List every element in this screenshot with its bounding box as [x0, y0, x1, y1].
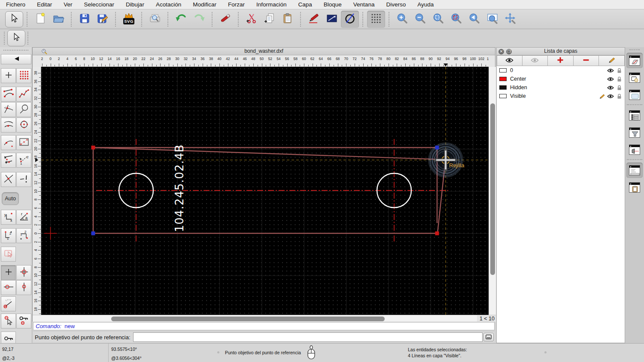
- command-widget-dock-button[interactable]: [626, 163, 643, 178]
- menu-capa[interactable]: Capa: [298, 1, 312, 8]
- construction-mode-button[interactable]: [341, 11, 359, 28]
- snap-on-entity-button[interactable]: [16, 87, 31, 102]
- horizontal-scrollbar-thumb[interactable]: [111, 317, 385, 321]
- angle-gauge-button[interactable]: [1, 296, 16, 311]
- coordinate-polar-button[interactable]: ra: [16, 210, 31, 225]
- layer-row-center[interactable]: Center: [497, 75, 625, 83]
- eye-icon[interactable]: [607, 68, 614, 73]
- snap-reference-button[interactable]: [16, 135, 31, 150]
- library-browser-dock-button[interactable]: [626, 87, 643, 103]
- edit-layer-button[interactable]: [599, 55, 625, 66]
- select-arrow-button[interactable]: [7, 30, 25, 46]
- menu-ver[interactable]: Ver: [64, 1, 72, 8]
- snap-distance-button[interactable]: [1, 135, 16, 150]
- save-as-button[interactable]: [94, 11, 112, 28]
- menu-acotacion[interactable]: Acotación: [156, 1, 181, 8]
- auto-snap-button[interactable]: Auto: [2, 192, 19, 205]
- menu-dibujar[interactable]: Dibujar: [126, 1, 144, 8]
- selection-filter-dock-button[interactable]: [626, 125, 643, 140]
- command-input[interactable]: [133, 332, 483, 342]
- vertical-scrollbar[interactable]: [489, 67, 496, 315]
- menu-bloque[interactable]: Bloque: [324, 1, 342, 8]
- snap-free-button[interactable]: [1, 68, 16, 83]
- redo-button[interactable]: [190, 11, 208, 28]
- snap-free-2-button[interactable]: [1, 265, 16, 280]
- entity-list-dock-button[interactable]: [626, 108, 643, 123]
- lock-icon[interactable]: [615, 68, 623, 73]
- menu-forzar[interactable]: Forzar: [228, 1, 245, 8]
- eye-icon[interactable]: [607, 77, 614, 81]
- snap-center-button[interactable]: [16, 118, 31, 133]
- menu-ayuda[interactable]: Ayuda: [417, 1, 434, 8]
- menu-modificar[interactable]: Modificar: [193, 1, 216, 8]
- zoom-previous-button[interactable]: [465, 11, 483, 28]
- menu-seleccionar[interactable]: Seleccionar: [84, 1, 115, 8]
- menu-editar[interactable]: Editar: [37, 1, 52, 8]
- show-all-layers-button[interactable]: [497, 55, 522, 66]
- clipboard-dock-button[interactable]: [626, 180, 643, 195]
- layer-row-visible[interactable]: Visible: [497, 92, 625, 100]
- export-svg-button[interactable]: SVG: [120, 11, 138, 28]
- pick-entity-button[interactable]: [1, 314, 16, 329]
- layer-row-hidden[interactable]: Hidden: [497, 83, 625, 92]
- grid-toggle-button[interactable]: [367, 11, 385, 28]
- snap-cross-vertical-button[interactable]: [16, 265, 31, 280]
- close-icon[interactable]: ✕: [498, 49, 504, 54]
- menu-diverso[interactable]: Diverso: [386, 1, 406, 8]
- zoom-in-button[interactable]: [393, 11, 411, 28]
- add-layer-button[interactable]: [548, 55, 574, 66]
- delete-button[interactable]: [216, 11, 234, 28]
- relative-12-button[interactable]: 12: [1, 228, 16, 243]
- snap-tangent-button[interactable]: [16, 102, 31, 117]
- float-panel-icon[interactable]: ❐: [506, 49, 512, 54]
- pen-wizard-dock-button[interactable]: [626, 142, 643, 157]
- snap-intersection-manual-button[interactable]: [1, 172, 16, 187]
- lock-relative-zero-button[interactable]: [16, 314, 31, 329]
- open-file-button[interactable]: [49, 11, 67, 28]
- back-button[interactable]: [1, 54, 31, 64]
- eye-icon[interactable]: [607, 85, 614, 90]
- zoom-window-button[interactable]: [483, 11, 501, 28]
- select-entities-button[interactable]: [1, 247, 16, 262]
- snap-grid-button[interactable]: [16, 68, 31, 83]
- restrict-orthogonal-button[interactable]: [1, 153, 16, 168]
- save-button[interactable]: [76, 11, 94, 28]
- relative-21-button[interactable]: 12: [16, 228, 31, 243]
- snap-cross-horizontal-button[interactable]: [1, 280, 16, 295]
- attributes-button[interactable]: [305, 11, 323, 28]
- new-file-button[interactable]: [31, 11, 49, 28]
- menu-ventana[interactable]: Ventana: [353, 1, 375, 8]
- vertical-scrollbar-thumb[interactable]: [490, 103, 495, 275]
- snap-endpoints-button[interactable]: [1, 87, 16, 102]
- block-list-dock-button[interactable]: [626, 70, 643, 85]
- command-options-button[interactable]: [483, 333, 494, 341]
- snap-middle-button[interactable]: [1, 118, 16, 133]
- snap-intersection-auto-button[interactable]: [1, 102, 16, 117]
- menu-fichero[interactable]: Fichero: [6, 1, 25, 8]
- print-preview-button[interactable]: [146, 11, 164, 28]
- zoom-auto-button[interactable]: [429, 11, 447, 28]
- horizontal-scrollbar[interactable]: [33, 315, 477, 322]
- paste-button[interactable]: [279, 11, 297, 28]
- layer-list-dock-button[interactable]: [626, 53, 643, 68]
- snap-cross-small-button[interactable]: [16, 280, 31, 295]
- coordinate-xy-button[interactable]: yx: [1, 210, 16, 225]
- cut-button[interactable]: [243, 11, 261, 28]
- lock-icon[interactable]: [615, 76, 623, 82]
- zoom-out-button[interactable]: [411, 11, 429, 28]
- lock-icon[interactable]: [615, 94, 623, 99]
- eye-icon[interactable]: [607, 94, 614, 99]
- undo-button[interactable]: [172, 11, 190, 28]
- zoom-selection-button[interactable]: [447, 11, 465, 28]
- line-properties-button[interactable]: [323, 11, 341, 28]
- menu-informacion[interactable]: Información: [256, 1, 287, 8]
- restrict-nothing-button[interactable]: 12: [16, 153, 31, 168]
- hide-all-layers-button[interactable]: [522, 55, 548, 66]
- snap-vertical-button[interactable]: [16, 172, 31, 187]
- select-tool-button[interactable]: [5, 11, 23, 27]
- copy-button[interactable]: [261, 11, 279, 28]
- drawing-canvas[interactable]: 104.245.02.4B Rejilla: [41, 67, 489, 315]
- remove-layer-button[interactable]: [574, 55, 599, 66]
- zoom-pan-button[interactable]: [501, 11, 519, 28]
- layer-row-0[interactable]: 0: [497, 66, 625, 75]
